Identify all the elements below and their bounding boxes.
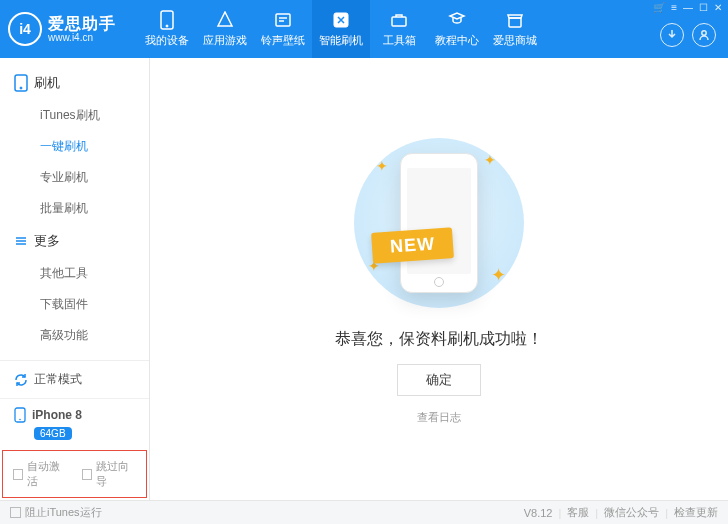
cat-label: 更多 xyxy=(34,232,60,250)
nav-label: 教程中心 xyxy=(435,33,479,48)
phone-graphic xyxy=(400,153,478,293)
phone-icon xyxy=(14,407,26,423)
nav-smart-flash[interactable]: 智能刷机 xyxy=(312,0,370,58)
sidebar-item-pro[interactable]: 专业刷机 xyxy=(0,162,149,193)
sidebar-item-other[interactable]: 其他工具 xyxy=(0,258,149,289)
svg-rect-4 xyxy=(392,17,406,26)
nav-store[interactable]: 爱思商城 xyxy=(486,0,544,58)
nav-toolbox[interactable]: 工具箱 xyxy=(370,0,428,58)
sidebar-item-advanced[interactable]: 高级功能 xyxy=(0,320,149,351)
update-link[interactable]: 检查更新 xyxy=(674,505,718,520)
logo-icon: i4 xyxy=(8,12,42,46)
svg-rect-2 xyxy=(276,14,290,26)
chk-label: 阻止iTunes运行 xyxy=(25,505,102,520)
header: i4 爱思助手 www.i4.cn 我的设备 应用游戏 铃声壁纸 智能刷机 工具… xyxy=(0,0,728,58)
success-message: 恭喜您，保资料刷机成功啦！ xyxy=(335,329,543,350)
support-link[interactable]: 客服 xyxy=(567,505,589,520)
device-mode[interactable]: 正常模式 xyxy=(0,361,149,399)
svg-point-10 xyxy=(19,419,21,421)
sidebar-cat-more[interactable]: 更多 xyxy=(0,224,149,258)
apps-icon xyxy=(215,10,235,30)
new-ribbon: NEW xyxy=(371,227,454,264)
sidebar-item-itunes[interactable]: iTunes刷机 xyxy=(0,100,149,131)
close-icon[interactable]: ✕ xyxy=(714,2,722,13)
nav-label: 应用游戏 xyxy=(203,33,247,48)
user-button[interactable] xyxy=(692,23,716,47)
nav-label: 工具箱 xyxy=(383,33,416,48)
sidebar: 刷机 iTunes刷机 一键刷机 专业刷机 批量刷机 更多 其他工具 下载固件 … xyxy=(0,58,150,500)
flash-icon xyxy=(331,10,351,30)
device-icon xyxy=(14,74,28,92)
toolbox-icon xyxy=(389,10,409,30)
nav-ringtones[interactable]: 铃声壁纸 xyxy=(254,0,312,58)
sidebar-item-oneclick[interactable]: 一键刷机 xyxy=(0,131,149,162)
brand-site: www.i4.cn xyxy=(48,32,116,43)
cart-icon[interactable]: 🛒 xyxy=(653,2,665,13)
sidebar-item-download[interactable]: 下载固件 xyxy=(0,289,149,320)
version-label: V8.12 xyxy=(524,507,553,519)
mode-label: 正常模式 xyxy=(34,371,82,388)
device-name: iPhone 8 xyxy=(32,408,82,422)
skip-guide-checkbox[interactable]: 跳过向导 xyxy=(82,459,137,489)
chk-label: 自动激活 xyxy=(27,459,67,489)
menu-icon[interactable]: ≡ xyxy=(671,2,677,13)
nav-apps[interactable]: 应用游戏 xyxy=(196,0,254,58)
nav-label: 我的设备 xyxy=(145,33,189,48)
svg-point-8 xyxy=(20,87,22,89)
svg-rect-5 xyxy=(509,18,521,27)
store-icon xyxy=(505,10,525,30)
main-content: ✦✦ ✦✦ NEW 恭喜您，保资料刷机成功啦！ 确定 查看日志 xyxy=(150,58,728,500)
phone-icon xyxy=(157,10,177,30)
nav-tutorials[interactable]: 教程中心 xyxy=(428,0,486,58)
top-nav: 我的设备 应用游戏 铃声壁纸 智能刷机 工具箱 教程中心 爱思商城 xyxy=(138,0,544,58)
sidebar-cat-flash[interactable]: 刷机 xyxy=(0,66,149,100)
footer: 阻止iTunes运行 V8.12 | 客服 | 微信公众号 | 检查更新 xyxy=(0,500,728,524)
brand-name: 爱思助手 xyxy=(48,15,116,33)
options-box: 自动激活 跳过向导 xyxy=(2,450,147,498)
nav-label: 铃声壁纸 xyxy=(261,33,305,48)
chk-label: 跳过向导 xyxy=(96,459,136,489)
more-icon xyxy=(14,234,28,248)
success-illustration: ✦✦ ✦✦ NEW xyxy=(339,133,539,313)
window-controls: 🛒 ≡ — ☐ ✕ xyxy=(653,2,722,13)
block-itunes-checkbox[interactable]: 阻止iTunes运行 xyxy=(10,505,102,520)
maximize-icon[interactable]: ☐ xyxy=(699,2,708,13)
svg-point-6 xyxy=(702,31,706,35)
nav-label: 爱思商城 xyxy=(493,33,537,48)
ok-button[interactable]: 确定 xyxy=(397,364,481,396)
view-log-link[interactable]: 查看日志 xyxy=(417,410,461,425)
tutorial-icon xyxy=(447,10,467,30)
refresh-icon xyxy=(14,373,28,387)
nav-my-device[interactable]: 我的设备 xyxy=(138,0,196,58)
device-info[interactable]: iPhone 8 64GB xyxy=(0,399,149,448)
auto-activate-checkbox[interactable]: 自动激活 xyxy=(13,459,68,489)
nav-label: 智能刷机 xyxy=(319,33,363,48)
minimize-icon[interactable]: — xyxy=(683,2,693,13)
download-button[interactable] xyxy=(660,23,684,47)
cat-label: 刷机 xyxy=(34,74,60,92)
sidebar-item-batch[interactable]: 批量刷机 xyxy=(0,193,149,224)
svg-point-1 xyxy=(166,25,168,27)
ringtone-icon xyxy=(273,10,293,30)
wechat-link[interactable]: 微信公众号 xyxy=(604,505,659,520)
logo[interactable]: i4 爱思助手 www.i4.cn xyxy=(8,12,138,46)
storage-badge: 64GB xyxy=(34,427,72,440)
